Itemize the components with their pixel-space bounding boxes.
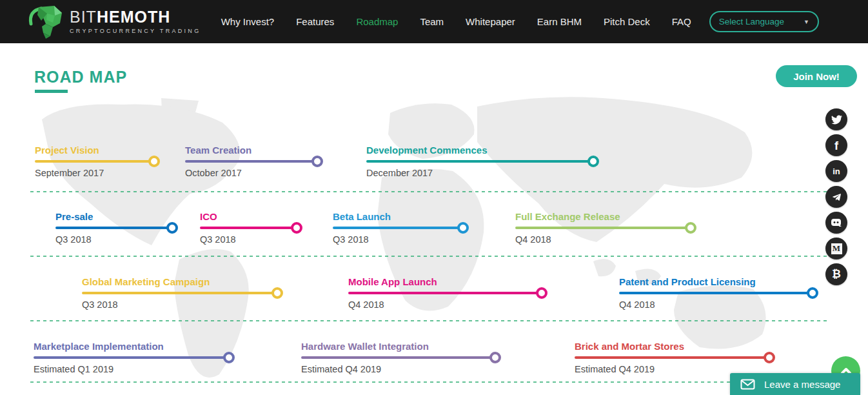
milestone-line xyxy=(82,292,277,294)
social-medium-icon[interactable]: M xyxy=(825,238,847,259)
language-selector[interactable]: Select Language ▼ xyxy=(709,11,819,32)
nav-item-team[interactable]: Team xyxy=(420,16,444,27)
nav-item-whitepaper[interactable]: Whitepaper xyxy=(466,16,515,27)
milestone-node-icon xyxy=(223,352,235,363)
brand-tagline: CRYPTOCURRENCY TRADING xyxy=(70,28,201,34)
milestone-line xyxy=(619,292,813,294)
milestone-marketplace-implementation: Marketplace ImplementationEstimated Q1 2… xyxy=(34,341,229,374)
milestone-node-icon xyxy=(271,287,283,299)
milestone-title: ICO xyxy=(200,211,297,223)
milestone-mobile-app-launch: Mobile App LaunchQ4 2018 xyxy=(348,276,542,310)
chat-label: Leave a message xyxy=(764,379,840,390)
milestone-node-icon xyxy=(685,222,696,234)
brand-logo[interactable]: BITHEMOTH CRYPTOCURRENCY TRADING xyxy=(27,5,201,39)
milestone-development-commences: Development CommencesDecember 2017 xyxy=(366,145,593,178)
milestone-hardware-wallet-integration: Hardware Wallet IntegrationEstimated Q4 … xyxy=(301,341,495,374)
milestone-date: Q4 2018 xyxy=(348,299,542,310)
envelope-icon xyxy=(740,379,755,390)
milestone-node-icon xyxy=(536,287,547,299)
milestone-line xyxy=(55,227,172,229)
social-discord-icon[interactable] xyxy=(825,212,847,234)
dashed-separator xyxy=(30,320,827,321)
chat-widget[interactable]: Leave a message xyxy=(730,373,860,395)
nav-item-roadmap[interactable]: Roadmap xyxy=(356,16,398,27)
mammoth-logo-icon xyxy=(27,5,63,39)
milestone-node-icon xyxy=(311,156,323,167)
milestone-line xyxy=(575,356,769,359)
milestone-node-icon xyxy=(291,222,302,234)
milestone-line xyxy=(35,160,154,163)
social-bitcoin-icon[interactable]: ₿ xyxy=(825,263,847,285)
milestone-date: Q3 2018 xyxy=(55,234,172,245)
milestone-line xyxy=(515,227,691,229)
milestone-title: Development Commences xyxy=(366,145,593,156)
milestone-title: Marketplace Implementation xyxy=(34,341,229,352)
milestone-date: October 2017 xyxy=(185,168,317,178)
dashed-separator xyxy=(30,191,827,192)
chevron-down-icon: ▼ xyxy=(804,19,809,25)
milestone-title: Brick and Mortar Stores xyxy=(575,341,769,352)
milestone-node-icon xyxy=(148,156,160,167)
page-title: ROAD MAP xyxy=(34,68,127,86)
milestone-project-vision: Project VisionSeptember 2017 xyxy=(35,145,154,178)
milestone-title: Beta Launch xyxy=(333,211,463,223)
milestone-line xyxy=(366,160,593,163)
nav-item-earn-bhm[interactable]: Earn BHM xyxy=(537,16,582,27)
milestone-node-icon xyxy=(457,222,469,234)
milestone-full-exchange-release: Full Exchange ReleaseQ4 2018 xyxy=(515,211,691,245)
social-linkedin-icon[interactable]: in xyxy=(825,160,847,182)
language-selector-value: Select Language xyxy=(719,17,784,26)
milestone-ico: ICOQ3 2018 xyxy=(200,211,297,245)
milestone-date: Q3 2018 xyxy=(333,234,463,245)
milestone-title: Mobile App Launch xyxy=(348,276,542,288)
milestone-title: Full Exchange Release xyxy=(515,211,691,223)
milestone-line xyxy=(185,160,317,163)
milestone-date: Estimated Q1 2019 xyxy=(34,364,229,374)
milestone-date: Q3 2018 xyxy=(200,234,297,245)
milestone-beta-launch: Beta LaunchQ3 2018 xyxy=(333,211,463,245)
milestone-node-icon xyxy=(489,352,501,363)
milestone-date: December 2017 xyxy=(366,168,593,178)
milestone-date: September 2017 xyxy=(35,168,154,178)
milestone-title: Global Marketing Campaign xyxy=(82,276,277,288)
social-facebook-icon[interactable]: f xyxy=(825,134,847,156)
milestone-title: Patent and Product Licensing xyxy=(619,276,813,288)
title-underline xyxy=(35,90,68,93)
dashed-separator xyxy=(30,256,827,257)
milestone-title: Project Vision xyxy=(35,145,154,156)
dashed-separator xyxy=(30,381,827,383)
milestone-brick-and-mortar-stores: Brick and Mortar StoresEstimated Q4 2019 xyxy=(575,341,769,374)
milestone-line xyxy=(200,227,297,229)
main-nav: Why Invest?FeaturesRoadmapTeamWhitepaper… xyxy=(221,16,691,27)
brand-name-bold: HEMOTH xyxy=(97,8,170,26)
milestone-date: Q4 2018 xyxy=(619,299,813,310)
roadmap-page: BITHEMOTH CRYPTOCURRENCY TRADING Why Inv… xyxy=(0,0,868,395)
join-now-button[interactable]: Join Now! xyxy=(776,65,857,87)
nav-item-pitch-deck[interactable]: Pitch Deck xyxy=(604,16,650,27)
nav-item-faq[interactable]: FAQ xyxy=(672,16,691,27)
header: BITHEMOTH CRYPTOCURRENCY TRADING Why Inv… xyxy=(0,0,868,43)
milestone-date: Q4 2018 xyxy=(515,234,691,245)
milestone-line xyxy=(348,292,542,294)
social-twitter-icon[interactable] xyxy=(825,108,847,130)
brand-name-thin: BIT xyxy=(70,8,97,26)
brand-name: BITHEMOTH xyxy=(70,9,201,25)
milestone-pre-sale: Pre-saleQ3 2018 xyxy=(55,211,172,245)
milestone-node-icon xyxy=(764,352,775,363)
milestone-team-creation: Team CreationOctober 2017 xyxy=(185,145,317,178)
milestone-global-marketing-campaign: Global Marketing CampaignQ3 2018 xyxy=(82,276,277,310)
milestone-line xyxy=(301,356,495,359)
milestone-node-icon xyxy=(807,287,818,299)
social-telegram-icon[interactable] xyxy=(825,186,847,208)
milestone-line xyxy=(333,227,463,229)
nav-item-features[interactable]: Features xyxy=(296,16,334,27)
social-rail: finM₿ xyxy=(825,108,847,285)
milestone-title: Hardware Wallet Integration xyxy=(301,341,495,352)
milestone-date: Estimated Q4 2019 xyxy=(301,364,495,374)
milestone-title: Team Creation xyxy=(185,145,317,156)
milestone-line xyxy=(34,356,229,359)
milestone-title: Pre-sale xyxy=(55,211,172,223)
nav-item-why-invest[interactable]: Why Invest? xyxy=(221,16,275,27)
milestone-date: Q3 2018 xyxy=(82,299,277,310)
milestone-node-icon xyxy=(166,222,178,234)
